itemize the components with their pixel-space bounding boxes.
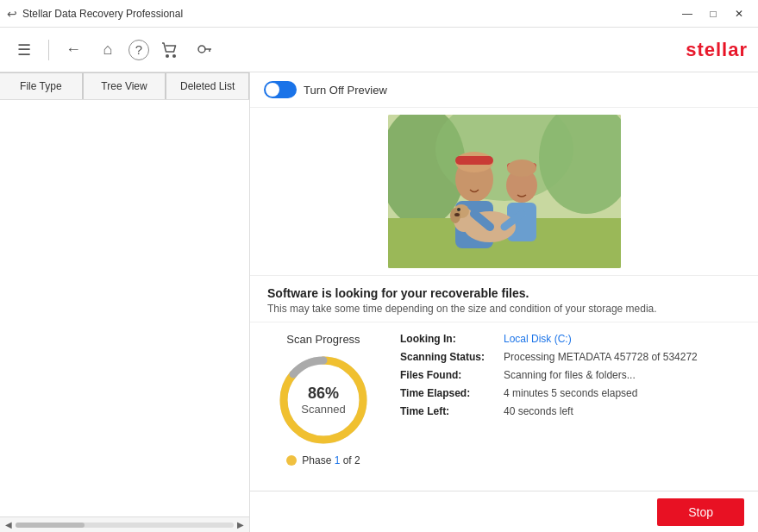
sidebar: File Type Tree View Deleted List ◀ ▶ [0,72,250,532]
info-row-scanning-status: Scanning Status: Processing METADATA 457… [400,351,741,363]
info-row-time-elapsed: Time Elapsed: 4 minutes 5 seconds elapse… [400,387,741,399]
help-icon[interactable]: ? [128,40,149,60]
titlebar-left: ↩ Stellar Data Recovery Professional [7,7,183,21]
bottom-bar: Stop [250,491,758,532]
sidebar-content [0,100,249,516]
sidebar-tabs: File Type Tree View Deleted List [0,72,249,100]
svg-point-0 [166,54,169,58]
circular-progress: 86% Scanned [276,353,371,448]
svg-point-2 [198,46,205,53]
minimize-button[interactable]: — [675,4,699,23]
menu-icon[interactable]: ☰ [10,36,38,64]
logo-end: ar [728,39,748,60]
time-left-label: Time Left: [400,405,504,417]
titlebar-controls: — □ ✕ [675,4,751,23]
tab-tree-view[interactable]: Tree View [83,72,166,99]
progress-percent: 86% [301,385,345,403]
cart-icon[interactable] [156,36,184,64]
looking-in-value: Local Disk (C:) [504,333,572,345]
status-section: Software is looking for your recoverable… [250,276,758,322]
time-elapsed-value: 4 minutes 5 seconds elapsed [504,387,637,399]
info-row-looking-in: Looking In: Local Disk (C:) [400,333,741,345]
app-logo: stellar [686,39,748,61]
svg-point-14 [507,160,536,177]
preview-image-area [250,108,758,276]
svg-point-21 [454,213,460,216]
maximize-button[interactable]: □ [701,4,725,23]
looking-in-label: Looking In: [400,333,504,345]
main-area: File Type Tree View Deleted List ◀ ▶ Tur… [0,72,758,532]
key-icon[interactable] [191,36,218,64]
toggle-knob [266,83,279,97]
scanning-status-value: Processing METADATA 457728 of 534272 [504,351,698,363]
toolbar-divider [48,40,49,60]
info-row-time-left: Time Left: 40 seconds left [400,405,741,417]
scroll-left-arrow[interactable]: ◀ [2,518,16,532]
content-area: Turn Off Preview [250,72,758,532]
phase-text: Phase 1 of 2 [302,454,360,466]
scroll-right-arrow[interactable]: ▶ [234,518,247,532]
back-icon[interactable]: ← [60,36,87,64]
files-found-value: Scanning for files & folders... [504,369,636,381]
stop-button[interactable]: Stop [657,498,744,526]
close-button[interactable]: ✕ [727,4,751,23]
preview-toggle-bar: Turn Off Preview [250,72,758,108]
files-found-label: Files Found: [400,369,504,381]
time-elapsed-label: Time Elapsed: [400,387,504,399]
titlebar-back-icon: ↩ [7,7,17,21]
time-left-value: 40 seconds left [504,405,573,417]
progress-text: 86% Scanned [301,385,345,416]
scan-progress-title: Scan Progress [286,333,360,346]
logo-text: stel [686,39,722,60]
scrollbar-thumb[interactable] [16,523,85,528]
scanning-status-label: Scanning Status: [400,351,504,363]
info-table: Looking In: Local Disk (C:) Scanning Sta… [400,333,741,423]
svg-point-20 [457,208,460,211]
scrollbar-track[interactable] [16,523,234,528]
tab-file-type[interactable]: File Type [0,72,83,99]
phase-dot [286,455,297,466]
home-icon[interactable]: ⌂ [94,36,122,64]
info-row-files-found: Files Found: Scanning for files & folder… [400,369,741,381]
preview-toggle-switch[interactable] [264,81,297,98]
progress-scanned-label: Scanned [301,403,345,416]
titlebar-title: Stellar Data Recovery Professional [22,8,183,20]
preview-photo [388,115,621,268]
svg-point-1 [172,54,176,58]
titlebar: ↩ Stellar Data Recovery Professional — □… [0,0,758,28]
svg-rect-10 [455,156,493,165]
preview-toggle-label: Turn Off Preview [304,84,387,97]
status-description: This may take some time depending on the… [267,303,741,315]
tab-deleted-list[interactable]: Deleted List [166,72,249,99]
phase-indicator: Phase 1 of 2 [286,454,360,466]
toolbar: ☰ ← ⌂ ? stellar [0,28,758,72]
scan-area: Scan Progress 86% Scanned [250,322,758,477]
progress-container: Scan Progress 86% Scanned [267,333,379,466]
status-title: Software is looking for your recoverable… [267,286,741,300]
